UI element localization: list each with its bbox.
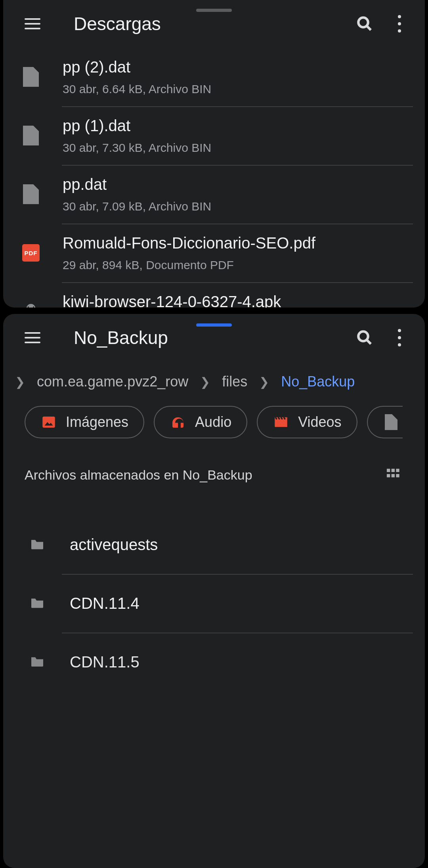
search-button[interactable] — [347, 320, 382, 355]
svg-rect-6 — [392, 469, 395, 472]
svg-rect-10 — [396, 474, 399, 477]
more-vert-icon — [398, 329, 401, 346]
folder-icon — [25, 537, 49, 553]
chip-audio[interactable]: Audio — [154, 406, 247, 438]
file-name: pp (2).dat — [63, 58, 413, 76]
file-name: Romuald-Fons-Diccionario-SEO.pdf — [63, 234, 413, 252]
svg-point-2 — [358, 331, 368, 341]
search-button[interactable] — [347, 6, 382, 41]
no-backup-panel: No_Backup a ❯ com.ea.game.pvz2_row ❯ fil… — [3, 314, 425, 868]
hamburger-icon — [25, 332, 40, 343]
file-meta: 30 abr, 7.30 kB, Archivo BIN — [63, 141, 413, 155]
file-row[interactable]: PDF Romuald-Fons-Diccionario-SEO.pdf 29 … — [3, 224, 425, 282]
menu-button[interactable] — [15, 6, 50, 41]
breadcrumb-item[interactable]: com.ea.game.pvz2_row — [37, 373, 188, 390]
folder-row[interactable]: activequests — [3, 515, 425, 574]
file-row[interactable]: pp (1).dat 30 abr, 7.30 kB, Archivo BIN — [3, 106, 425, 165]
document-icon — [383, 414, 399, 430]
chip-images[interactable]: Imágenes — [25, 406, 144, 438]
more-button[interactable] — [382, 6, 417, 41]
file-row[interactable]: pp (2).dat 30 abr, 6.64 kB, Archivo BIN — [3, 48, 425, 106]
svg-rect-4 — [42, 417, 55, 428]
drag-handle-icon[interactable] — [196, 323, 232, 327]
file-meta: 30 abr, 7.09 kB, Archivo BIN — [63, 200, 413, 213]
svg-rect-7 — [396, 469, 399, 472]
file-name: pp (1).dat — [63, 117, 413, 135]
svg-rect-9 — [392, 474, 395, 477]
document-icon — [23, 126, 39, 145]
chevron-right-icon: ❯ — [200, 375, 210, 389]
breadcrumb-item-active[interactable]: No_Backup — [281, 373, 355, 390]
folder-row[interactable]: CDN.11.4 — [3, 574, 425, 633]
android-icon — [22, 302, 40, 308]
document-icon — [23, 184, 39, 204]
chevron-right-icon: ❯ — [259, 375, 269, 389]
svg-rect-8 — [387, 474, 390, 477]
headphones-icon — [170, 414, 186, 430]
file-row[interactable]: kiwi-browser-124-0-6327-4.apk 29 abr, 17… — [3, 282, 425, 308]
breadcrumb-item[interactable]: files — [222, 373, 247, 390]
file-name: kiwi-browser-124-0-6327-4.apk — [63, 293, 413, 308]
downloads-panel: Descargas pp (2).dat 30 abr, 6.64 kB, Ar… — [3, 0, 425, 308]
file-meta: 30 abr, 6.64 kB, Archivo BIN — [63, 82, 413, 96]
file-icon — [19, 184, 43, 204]
search-icon — [356, 329, 373, 346]
file-list: pp (2).dat 30 abr, 6.64 kB, Archivo BIN … — [3, 48, 425, 308]
section-label: Archivos almacenados en No_Backup — [25, 467, 252, 483]
file-icon — [19, 67, 43, 87]
file-meta: 29 abr, 894 kB, Documento PDF — [63, 258, 413, 272]
file-icon — [19, 302, 43, 308]
video-icon — [273, 414, 289, 430]
svg-line-1 — [367, 26, 371, 30]
folder-list: activequests CDN.11.4 CDN.11.5 — [3, 515, 425, 691]
folder-name: CDN.11.5 — [70, 653, 413, 671]
file-icon — [19, 126, 43, 145]
chip-videos[interactable]: Videos — [257, 406, 357, 438]
folder-icon — [25, 654, 49, 670]
file-row[interactable]: pp.dat 30 abr, 7.09 kB, Archivo BIN — [3, 165, 425, 224]
svg-point-0 — [358, 17, 368, 27]
hamburger-icon — [25, 18, 40, 29]
file-icon: PDF — [19, 244, 43, 262]
chip-documents[interactable]: Documentos — [367, 406, 403, 438]
more-vert-icon — [398, 15, 401, 33]
document-icon — [23, 67, 39, 87]
folder-name: activequests — [70, 536, 413, 554]
image-icon — [40, 414, 57, 430]
folder-row[interactable]: CDN.11.5 — [3, 633, 425, 691]
page-title: No_Backup — [74, 327, 347, 348]
file-name: pp.dat — [63, 176, 413, 193]
svg-rect-5 — [387, 469, 390, 472]
toolbar-nobackup: No_Backup — [3, 314, 425, 361]
view-grid-button[interactable] — [384, 466, 402, 484]
page-title: Descargas — [74, 13, 347, 34]
toolbar-downloads: Descargas — [3, 0, 425, 48]
breadcrumb: a ❯ com.ea.game.pvz2_row ❯ files ❯ No_Ba… — [3, 361, 425, 402]
folder-name: CDN.11.4 — [70, 595, 413, 612]
grid-icon — [384, 466, 402, 482]
drag-handle-icon[interactable] — [196, 9, 232, 12]
section-header: Archivos almacenados en No_Backup — [3, 442, 425, 495]
chevron-right-icon: ❯ — [15, 375, 25, 389]
filter-chip-row[interactable]: Imágenes Audio Videos Documentos — [3, 402, 425, 442]
search-icon — [356, 15, 373, 32]
svg-line-3 — [367, 340, 371, 344]
more-button[interactable] — [382, 320, 417, 355]
folder-icon — [25, 595, 49, 611]
menu-button[interactable] — [15, 320, 50, 355]
pdf-icon: PDF — [22, 244, 40, 262]
